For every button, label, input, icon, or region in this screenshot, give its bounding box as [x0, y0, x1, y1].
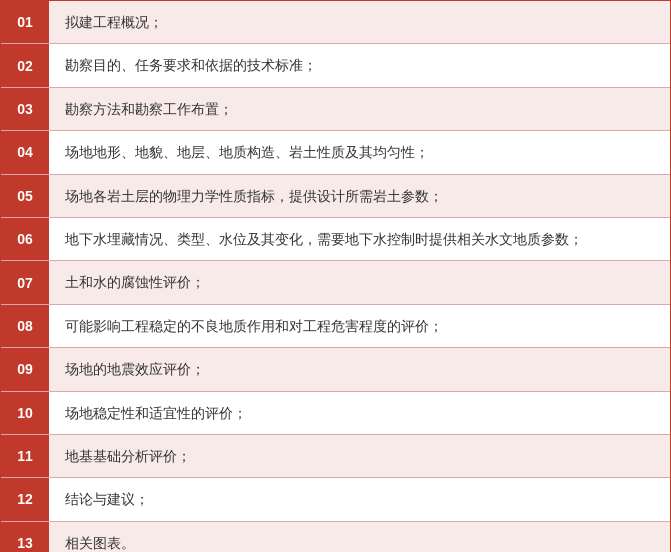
row-number: 12 [1, 478, 49, 520]
row-number: 02 [1, 44, 49, 86]
row-content: 场地地形、地貌、地层、地质构造、岩土性质及其均匀性； [49, 131, 670, 173]
row-number: 13 [1, 522, 49, 552]
row-number: 01 [1, 1, 49, 43]
row-number: 06 [1, 218, 49, 260]
row-number: 03 [1, 88, 49, 130]
row-content: 相关图表。 [49, 522, 670, 552]
main-table: 01拟建工程概况；02勘察目的、任务要求和依据的技术标准；03勘察方法和勘察工作… [0, 0, 671, 552]
row-number: 07 [1, 261, 49, 303]
table-row: 09场地的地震效应评价； [1, 348, 670, 391]
row-number: 08 [1, 305, 49, 347]
row-content: 结论与建议； [49, 478, 670, 520]
row-content: 勘察方法和勘察工作布置； [49, 88, 670, 130]
row-content: 拟建工程概况； [49, 1, 670, 43]
table-row: 06地下水埋藏情况、类型、水位及其变化，需要地下水控制时提供相关水文地质参数； [1, 218, 670, 261]
row-content: 场地的地震效应评价； [49, 348, 670, 390]
row-number: 04 [1, 131, 49, 173]
row-content: 土和水的腐蚀性评价； [49, 261, 670, 303]
row-content: 勘察目的、任务要求和依据的技术标准； [49, 44, 670, 86]
row-content: 场地稳定性和适宜性的评价； [49, 392, 670, 434]
table-row: 07土和水的腐蚀性评价； [1, 261, 670, 304]
row-number: 11 [1, 435, 49, 477]
table-row: 08可能影响工程稳定的不良地质作用和对工程危害程度的评价； [1, 305, 670, 348]
table-row: 13相关图表。 [1, 522, 670, 552]
row-content: 地基基础分析评价； [49, 435, 670, 477]
table-row: 11地基基础分析评价； [1, 435, 670, 478]
table-row: 05场地各岩土层的物理力学性质指标，提供设计所需岩土参数； [1, 175, 670, 218]
row-number: 09 [1, 348, 49, 390]
row-number: 05 [1, 175, 49, 217]
row-content: 可能影响工程稳定的不良地质作用和对工程危害程度的评价； [49, 305, 670, 347]
row-number: 10 [1, 392, 49, 434]
table-row: 12结论与建议； [1, 478, 670, 521]
table-row: 04场地地形、地貌、地层、地质构造、岩土性质及其均匀性； [1, 131, 670, 174]
row-content: 地下水埋藏情况、类型、水位及其变化，需要地下水控制时提供相关水文地质参数； [49, 218, 670, 260]
table-row: 01拟建工程概况； [1, 1, 670, 44]
row-content: 场地各岩土层的物理力学性质指标，提供设计所需岩土参数； [49, 175, 670, 217]
table-row: 03勘察方法和勘察工作布置； [1, 88, 670, 131]
table-row: 02勘察目的、任务要求和依据的技术标准； [1, 44, 670, 87]
table-row: 10场地稳定性和适宜性的评价； [1, 392, 670, 435]
